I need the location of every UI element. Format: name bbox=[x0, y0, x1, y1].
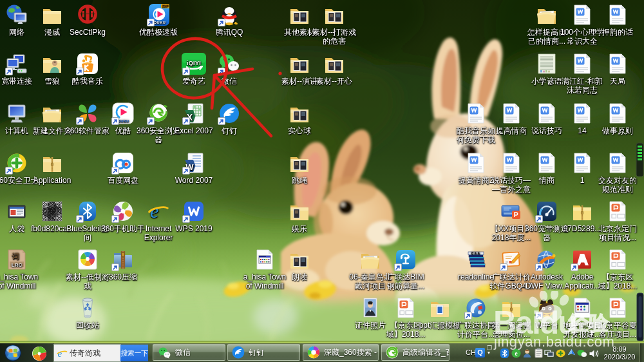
svg-text:经验: 经验 bbox=[568, 312, 609, 334]
svg-text:EXP: EXP bbox=[162, 4, 169, 8]
svg-text:词: 词 bbox=[12, 252, 19, 260]
svg-text:LRC: LRC bbox=[12, 262, 23, 268]
svg-text:CAA: CAA bbox=[471, 252, 480, 255]
svg-text:iQIYI: iQIYI bbox=[187, 60, 201, 66]
svg-text:e: e bbox=[515, 350, 517, 357]
svg-text:OUKU: OUKU bbox=[118, 119, 129, 123]
svg-text:OUKU: OUKU bbox=[154, 21, 166, 24]
